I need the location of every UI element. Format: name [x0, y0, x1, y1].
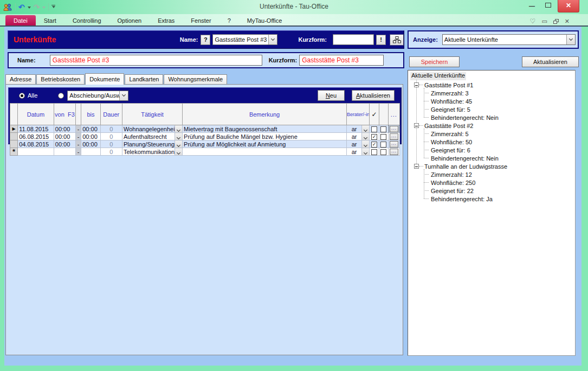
taetigkeit-dropdown-button[interactable] — [175, 133, 182, 140]
tree-leaf[interactable]: Zimmerzahl: 3 — [424, 89, 574, 97]
tree-leaf[interactable]: Behindertengerecht: Nein — [424, 154, 574, 162]
berater-dropdown-button[interactable] — [362, 140, 370, 148]
cell-bemerkung[interactable]: Prüfung auf Bauliche Mängel bzw. Hygiene — [183, 133, 347, 140]
done-checkbox[interactable] — [371, 126, 377, 132]
attachment-checkbox-cell[interactable] — [379, 140, 388, 148]
col-dauer[interactable]: Dauer — [100, 104, 122, 125]
col-attachment[interactable] — [379, 104, 388, 125]
menu-item-extras[interactable]: Extras — [150, 15, 183, 25]
tree-leaf[interactable]: Geeignet für: 22 — [424, 187, 574, 195]
cell-bemerkung[interactable]: Prüfung auf Möglichkeit auf Anmietung — [183, 140, 347, 148]
cell-berater[interactable]: ar — [346, 140, 361, 148]
table-row[interactable]: ▶11.08.201500:00-00:000Wohnangelegenheit… — [10, 125, 400, 133]
cell-datum[interactable]: 06.08.2015 — [18, 133, 54, 140]
col-datum[interactable]: Datum — [18, 104, 54, 125]
details-cell[interactable]: ... — [388, 148, 399, 156]
tab-wohnungsmerkmale[interactable]: Wohnungsmerkmale — [164, 74, 227, 84]
row-selector[interactable]: ▶ — [10, 125, 18, 133]
col-done-check-icon[interactable]: ✓ — [370, 104, 379, 125]
cell-dauer[interactable]: 0 — [100, 133, 122, 140]
attachment-checkbox-cell[interactable] — [379, 148, 388, 156]
category-filter-combo[interactable]: Abschiebung/Auswei — [67, 91, 128, 101]
details-cell[interactable]: ... — [388, 140, 399, 148]
cell-bemerkung[interactable]: Mietvertrag mit Baugenossenschaft — [183, 125, 347, 133]
attachment-checkbox[interactable] — [380, 126, 386, 132]
tree-leaf[interactable]: Zimmerzahl: 12 — [424, 170, 574, 178]
done-checkbox[interactable]: ✓ — [371, 142, 377, 148]
cell-dauer[interactable]: 0 — [100, 125, 122, 133]
done-checkbox-cell[interactable] — [370, 148, 379, 156]
tree-leaf[interactable]: Behindertengerecht: Nein — [424, 113, 574, 121]
tree-leaf[interactable]: Wohnfläche: 50 — [424, 138, 574, 146]
details-cell[interactable]: ... — [388, 125, 399, 133]
col-bis[interactable]: bis — [81, 104, 100, 125]
kurzform-field[interactable] — [299, 55, 384, 66]
record-help-button[interactable]: ? — [201, 35, 210, 45]
row-selector[interactable] — [10, 133, 18, 140]
cell-bis[interactable]: 00:00 — [81, 133, 100, 140]
tab-betriebskosten[interactable]: Betriebskosten — [36, 74, 85, 84]
collapse-minus-icon[interactable] — [414, 123, 419, 128]
cell-bis[interactable]: 00:00 — [81, 140, 100, 148]
berater-dropdown-button[interactable] — [362, 125, 370, 133]
cell-bis[interactable] — [81, 148, 100, 156]
taetigkeit-dropdown-button[interactable] — [175, 148, 182, 156]
collapse-minus-icon[interactable] — [414, 164, 419, 169]
tree-leaf[interactable]: Behindertengerecht: Ja — [424, 195, 574, 203]
cell-von[interactable]: 00:00 — [54, 133, 75, 140]
cell-von[interactable]: 00:00 — [54, 125, 75, 133]
mdi-minimize-icon[interactable]: ▭ — [541, 18, 547, 25]
cell-taetigkeit[interactable]: Aufenthaltsrecht — [122, 133, 175, 140]
menu-item-controlling[interactable]: Controlling — [64, 15, 109, 25]
tree-leaf[interactable]: Wohnfläche: 250 — [424, 178, 574, 187]
mdi-restore-icon[interactable] — [553, 19, 559, 24]
details-button[interactable]: ... — [390, 149, 398, 155]
berater-dropdown-button[interactable] — [362, 148, 370, 156]
tree-leaf[interactable]: Geeignet für: 5 — [424, 105, 574, 113]
col-berater[interactable]: Berater/-in — [346, 104, 369, 125]
save-button[interactable]: Speichern — [409, 56, 460, 67]
attachment-checkbox-cell[interactable] — [379, 133, 388, 140]
menu-item-fenster[interactable]: Fenster — [183, 15, 219, 25]
taetigkeit-dropdown-button[interactable] — [175, 125, 182, 133]
chevron-down-icon[interactable] — [119, 91, 128, 100]
done-checkbox-cell[interactable]: ✓ — [370, 133, 379, 140]
cell-von[interactable] — [54, 148, 75, 156]
new-row-marker[interactable]: * — [10, 148, 18, 156]
details-button[interactable]: ... — [390, 141, 398, 148]
collapse-minus-icon[interactable] — [414, 82, 419, 87]
refresh-documents-button[interactable]: Aktualisieren — [352, 90, 395, 101]
anzeige-combo[interactable]: Aktuelle Unterkünfte — [442, 34, 576, 45]
menu-item--[interactable]: ? — [219, 15, 239, 25]
tab-landkarten[interactable]: Landkarten — [125, 74, 163, 84]
kurzform-search-input[interactable] — [333, 34, 374, 45]
tree-node[interactable]: Turnhalle an der Ludwigstrasse — [412, 162, 574, 170]
menu-item-mytau-office[interactable]: MyTau-Office — [239, 15, 290, 25]
tree-leaf[interactable]: Zimmerzahl: 5 — [424, 130, 574, 138]
chevron-down-icon[interactable] — [268, 35, 277, 44]
cell-berater[interactable]: ar — [346, 133, 361, 140]
tab-adresse[interactable]: Adresse — [5, 74, 36, 84]
cell-dauer[interactable]: 0 — [100, 148, 122, 156]
taetigkeit-dropdown-button[interactable] — [175, 140, 182, 148]
tree-root-node[interactable]: Aktuelle Unterkünfte — [410, 72, 466, 80]
search-go-button[interactable]: ! — [376, 35, 386, 45]
close-button[interactable]: ✕ — [558, 0, 579, 12]
hierarchy-button[interactable] — [390, 34, 404, 46]
cell-datum[interactable] — [18, 148, 54, 156]
name-field[interactable] — [50, 55, 262, 66]
tree-node[interactable]: Gaststätte Post #2 — [412, 121, 574, 130]
menu-item-start[interactable]: Start — [36, 15, 64, 25]
cell-taetigkeit[interactable]: Telekommunikationen — [122, 148, 175, 156]
tree-leaf[interactable]: Geeignet für: 6 — [424, 146, 574, 154]
col-bemerkung[interactable]: Bemerkung — [183, 104, 347, 125]
radio-alle[interactable] — [19, 93, 25, 99]
cell-taetigkeit[interactable]: Wohnangelegenheiten — [122, 125, 175, 133]
attachment-checkbox-cell[interactable] — [379, 125, 388, 133]
cell-datum[interactable]: 04.08.2015 — [18, 140, 54, 148]
col-taetigkeit[interactable]: Tätigkeit — [122, 104, 182, 125]
cell-dauer[interactable]: 0 — [100, 140, 122, 148]
cell-berater[interactable]: ar — [346, 148, 361, 156]
done-checkbox[interactable] — [371, 149, 377, 155]
attachment-checkbox[interactable] — [380, 134, 386, 140]
